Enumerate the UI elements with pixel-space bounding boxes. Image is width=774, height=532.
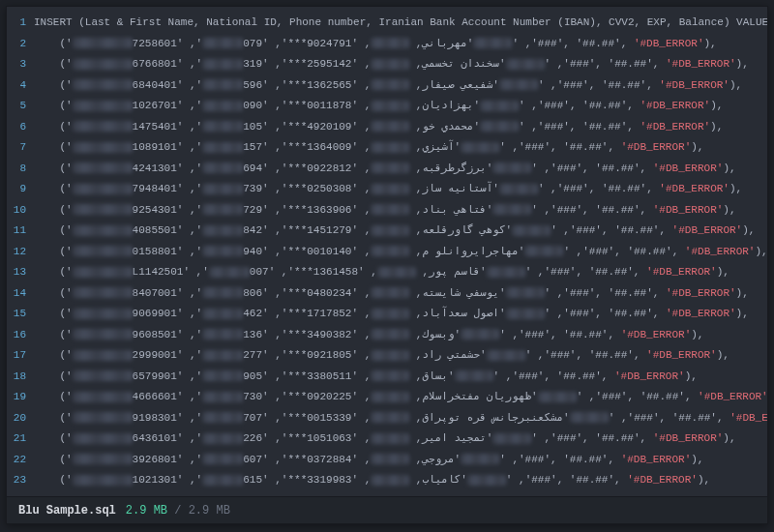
code-area[interactable]: 1234567891011121314151617181920212223 IN…: [7, 7, 767, 496]
redacted-id: [73, 38, 133, 48]
sql-value-row: ('6840401' ,'596' ,'***1362565' , ,'شفيع…: [34, 75, 767, 97]
redacted-name-part: [538, 392, 577, 402]
line-number: 4: [7, 75, 26, 97]
redacted-field: [371, 246, 409, 256]
redacted-field: [371, 287, 409, 298]
redacted-phone: [202, 392, 243, 402]
redacted-field: [371, 309, 409, 319]
redacted-field: [371, 204, 409, 215]
line-number: 14: [7, 283, 26, 305]
redacted-phone: [202, 59, 243, 70]
redacted-name-part: [487, 267, 525, 278]
redacted-name-part: [461, 329, 499, 340]
redacted-id: [73, 121, 133, 132]
redacted-name-part: [506, 287, 545, 298]
line-number: 15: [7, 304, 26, 325]
sql-value-row: ('9608501' ,'136' ,'***3490382' , ,'وبسو…: [34, 325, 767, 346]
redacted-name-part: [512, 225, 551, 236]
line-number: 1: [7, 13, 26, 34]
sql-value-row: ('L1142501' ,'007' ,'***1361458' , ,'قاس…: [34, 262, 767, 283]
redacted-phone: [202, 350, 243, 361]
redacted-name-part: [499, 184, 538, 194]
sql-value-row: ('0158801' ,'940' ,'***0010140' , ,'مهاج…: [34, 242, 767, 263]
redacted-name-part: [455, 370, 493, 381]
line-number: 8: [7, 159, 26, 180]
line-number: 12: [7, 242, 26, 263]
redacted-phone: [202, 225, 243, 236]
line-number: 17: [7, 345, 26, 367]
redacted-field: [371, 225, 409, 236]
line-number: 23: [7, 470, 26, 491]
redacted-name-part: [480, 121, 519, 132]
line-number: 19: [7, 387, 26, 408]
redacted-name-part: [506, 59, 545, 70]
code-lines[interactable]: INSERT (Last & First Name, National ID, …: [34, 13, 767, 496]
sql-value-row: ('9254301' ,'729' ,'***1363906' , ,'فتاه…: [34, 200, 767, 222]
sql-value-row: ('2999001' ,'277' ,'***0921805' , ,'حشمت…: [34, 345, 767, 367]
sql-value-row: ('4085501' ,'842' ,'***1451279' , ,'كوهي…: [34, 221, 767, 242]
redacted-phone: [202, 454, 243, 464]
redacted-field: [377, 267, 416, 278]
redacted-id: [73, 246, 133, 256]
redacted-name-part: [461, 454, 499, 464]
redacted-phone: [202, 204, 243, 215]
redacted-id: [73, 392, 133, 402]
sql-value-row: ('9198301' ,'707' ,'***0015339' , ,'مشكع…: [34, 408, 767, 429]
redacted-id: [73, 79, 133, 90]
redacted-phone: [202, 101, 243, 111]
redacted-field: [371, 350, 409, 361]
filename-label: Blu Sample.sql: [18, 504, 116, 517]
editor-frame: 1234567891011121314151617181920212223 IN…: [6, 6, 768, 524]
redacted-field: [371, 184, 409, 194]
redacted-phone: [202, 309, 243, 319]
redacted-field: [371, 142, 409, 153]
line-number: 22: [7, 450, 26, 471]
redacted-id: [73, 475, 133, 486]
redacted-phone: [209, 267, 250, 278]
redacted-phone: [202, 246, 243, 256]
redacted-name-part: [570, 412, 609, 423]
redacted-field: [371, 454, 409, 464]
redacted-phone: [202, 163, 243, 173]
sql-value-row: ('6579901' ,'905' ,'***3380511' , ,'بساق…: [34, 367, 767, 388]
redacted-phone: [202, 475, 243, 486]
redacted-name-part: [487, 350, 525, 361]
sql-value-row: ('4241301' ,'694' ,'***0922812' , ,'برزگ…: [34, 159, 767, 180]
redacted-phone: [202, 329, 243, 340]
redacted-phone: [202, 121, 243, 132]
redacted-id: [73, 225, 133, 236]
redacted-name-part: [492, 204, 531, 215]
sql-value-row: ('7258601' ,'079' ,'***9024791' , ,'مهرب…: [34, 34, 767, 55]
redacted-name-part: [506, 309, 545, 319]
redacted-field: [371, 329, 409, 340]
redacted-field: [371, 121, 409, 132]
redacted-field: [371, 433, 409, 444]
line-number: 16: [7, 325, 26, 346]
redacted-id: [73, 267, 133, 278]
redacted-id: [73, 309, 133, 319]
line-number: 21: [7, 429, 26, 450]
sql-value-row: ('4666601' ,'730' ,'***0920225' , ,'ظهور…: [34, 387, 767, 408]
redacted-id: [73, 59, 133, 70]
redacted-id: [73, 287, 133, 298]
redacted-field: [371, 101, 409, 111]
redacted-name-part: [473, 38, 512, 48]
sql-value-row: ('6436101' ,'226' ,'***1051063' , ,'تمجي…: [34, 429, 767, 450]
redacted-id: [73, 101, 133, 111]
sql-value-row: ('3926801' ,'607' ,'***0372884' , ,'مروج…: [34, 450, 767, 471]
redacted-name-part: [467, 475, 506, 486]
line-number: 9: [7, 179, 26, 200]
line-number: 11: [7, 221, 26, 242]
redacted-field: [371, 59, 409, 70]
sql-value-row: ('1021301' ,'615' ,'***3319983' , ,'كامي…: [34, 470, 767, 491]
redacted-phone: [202, 38, 243, 48]
redacted-field: [371, 475, 409, 486]
redacted-id: [73, 370, 133, 381]
redacted-id: [73, 163, 133, 173]
redacted-name-part: [480, 101, 519, 111]
sql-value-row: ('7948401' ,'739' ,'***0250308' , ,'آستا…: [34, 179, 767, 200]
line-number: 6: [7, 117, 26, 138]
redacted-id: [73, 350, 133, 361]
redacted-id: [73, 433, 133, 444]
redacted-field: [371, 163, 409, 173]
